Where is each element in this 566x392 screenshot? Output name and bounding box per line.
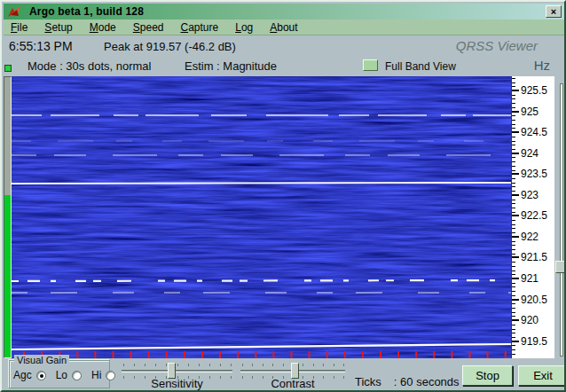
scale-minor-tick [512, 86, 515, 87]
sensitivity-ticks-top [123, 364, 231, 366]
scale-minor-tick [512, 303, 515, 304]
slider-tick [199, 364, 200, 366]
slider-tick [231, 364, 232, 366]
menu-item-about[interactable]: About [268, 21, 299, 34]
menu-item-mode[interactable]: Mode [88, 21, 118, 34]
scale-label: 923.5 [521, 168, 547, 180]
scale-minor-tick [512, 308, 515, 309]
signal-trace-923.3hz [12, 183, 511, 184]
scale-minor-tick [512, 137, 515, 137]
scale-minor-tick [512, 325, 515, 325]
frequency-offset-slider-track[interactable] [560, 83, 563, 357]
scale-minor-tick [512, 262, 515, 263]
exit-button[interactable]: Exit [518, 365, 566, 386]
slider-tick [283, 364, 284, 366]
scale-label: 921 [521, 272, 538, 285]
stop-button[interactable]: Stop [462, 365, 513, 386]
menu-item-speed[interactable]: Speed [131, 21, 166, 34]
close-button[interactable]: × [546, 5, 562, 18]
scale-minor-tick [512, 145, 515, 145]
menu-item-setup[interactable]: Setup [43, 21, 74, 34]
slider-tick [272, 364, 273, 366]
ticks-value: : 60 seconds [394, 375, 460, 388]
estim-readout: Estim : Magnitude [185, 59, 277, 73]
menu-item-file[interactable]: File [9, 21, 29, 34]
scale-minor-tick [512, 283, 515, 284]
scale-minor-tick [512, 186, 515, 187]
scale-minor-tick [512, 349, 515, 350]
scale-label: 919.5 [521, 335, 547, 348]
radio-label-agc: Agc [13, 369, 32, 381]
slider-tick [155, 364, 156, 366]
scale-label: 924 [521, 147, 538, 160]
status-row: 6:55:13 PM Peak at 919.57 (-46.2 dB) QRS… [4, 35, 564, 57]
scale-minor-tick [512, 161, 515, 162]
slider-tick [166, 364, 167, 366]
scale-major-tick [512, 341, 519, 342]
scale-minor-tick [512, 212, 515, 213]
frequency-offset-slider-thumb[interactable] [555, 261, 566, 273]
scale-major-tick [512, 256, 519, 258]
scale-minor-tick [512, 115, 515, 116]
scale-major-tick [512, 131, 519, 133]
scale-minor-tick [512, 286, 515, 287]
scale-minor-tick [512, 241, 515, 242]
scale-major-tick [512, 194, 519, 196]
visual-gain-group: Visual Gain AgcLoHi [9, 360, 110, 388]
scale-label: 922 [521, 231, 538, 243]
visual-gain-label: Visual Gain [14, 355, 69, 365]
scale-minor-tick [512, 228, 515, 229]
scale-minor-tick [512, 191, 515, 192]
slider-tick [343, 364, 344, 366]
slider-tick [303, 364, 303, 366]
slider-tick [134, 364, 135, 366]
radio-lo[interactable] [72, 371, 82, 380]
scale-minor-tick [512, 337, 515, 338]
scale-minor-tick [512, 312, 515, 313]
info-row: Mode : 30s dots, normal Estim : Magnitud… [4, 57, 564, 76]
sensitivity-label: Sensitivity [122, 377, 232, 390]
scale-minor-tick [512, 354, 515, 355]
scale-label: 920.5 [521, 294, 547, 306]
scale-major-tick [512, 153, 519, 154]
scale-minor-tick [512, 200, 515, 200]
scale-major-tick [512, 215, 519, 216]
scale-minor-tick [512, 107, 515, 108]
scale-minor-tick [512, 183, 515, 184]
scale-minor-tick [512, 245, 515, 246]
frequency-scale: 925.5925924.5924923.5923922.5922921.5921… [511, 76, 554, 362]
radio-agc[interactable] [36, 371, 46, 380]
scale-label: 924.5 [521, 126, 547, 138]
sensitivity-track[interactable] [122, 370, 232, 372]
full-band-view-button[interactable] [363, 59, 378, 71]
scale-label: 923 [521, 189, 538, 201]
menu-item-log[interactable]: Log [233, 21, 255, 34]
scale-minor-tick [512, 333, 515, 333]
scale-label: 925.5 [521, 84, 547, 97]
scale-minor-tick [512, 220, 515, 221]
scale-minor-tick [512, 149, 515, 150]
slider-tick [177, 364, 178, 366]
control-panel: Visual Gain AgcLoHi Sensitivity Contrast… [4, 358, 564, 390]
radio-hi[interactable] [106, 371, 115, 380]
scale-minor-tick [512, 166, 515, 167]
hz-unit-label: Hz [534, 58, 550, 73]
scale-minor-tick [512, 120, 515, 121]
slider-tick [123, 364, 124, 366]
clock-text: 6:55:13 PM [9, 39, 73, 53]
scale-minor-tick [512, 170, 515, 171]
scale-minor-tick [512, 78, 515, 79]
menu-item-capture[interactable]: Capture [178, 21, 220, 34]
scale-minor-tick [512, 98, 515, 99]
scale-minor-tick [512, 203, 515, 204]
slider-tick [220, 364, 221, 366]
scale-minor-tick [512, 124, 515, 125]
slider-tick [313, 364, 314, 366]
slider-tick [252, 364, 253, 366]
radio-label-hi: Hi [91, 369, 101, 381]
contrast-label: Contrast [240, 377, 345, 390]
app-window: Argo beta 1, build 128 × FileSetupModeSp… [0, 0, 566, 392]
viewer-label: QRSS Viewer [456, 38, 538, 53]
ticks-readout: Ticks: 60 seconds [355, 375, 460, 388]
full-band-view-label: Full Band View [385, 60, 456, 73]
